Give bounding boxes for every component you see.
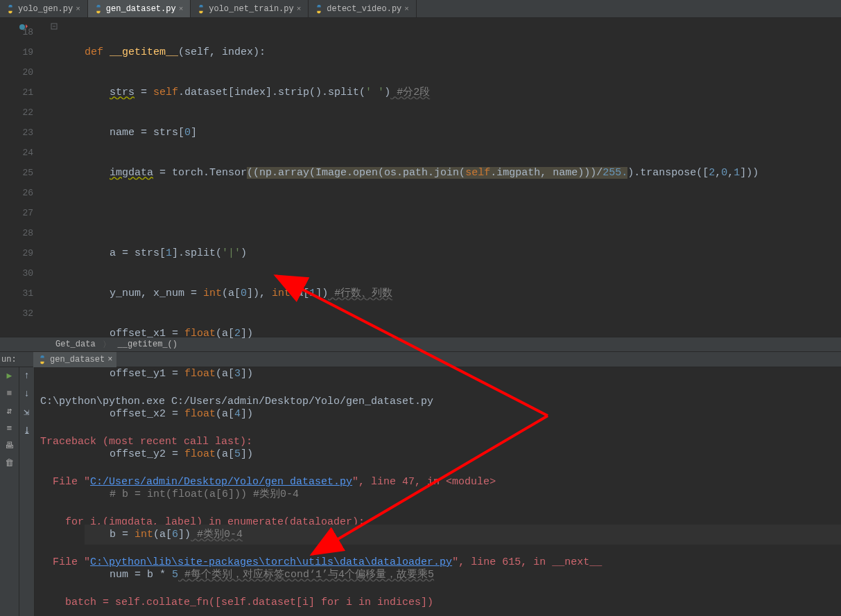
python-icon (196, 4, 206, 14)
code: num = b * (110, 569, 172, 581)
gutter-run-icon[interactable] (19, 22, 29, 35)
code: = torch.Tensor (153, 167, 247, 179)
builtin: float (184, 448, 216, 460)
self-kw: self (465, 167, 490, 179)
editor-tabs: yolo_gen.py × gen_dataset.py × yolo_net_… (0, 0, 841, 18)
number: 6 (172, 529, 178, 540)
code: a = strs[ (110, 247, 166, 259)
code: (a[ (216, 328, 234, 340)
comment: #类别0-4 (191, 529, 243, 540)
builtin: float (184, 408, 216, 420)
code: (a[ (153, 529, 172, 540)
code: ) (241, 247, 247, 259)
number: 255. (602, 167, 627, 179)
comment: #行数、列数 (328, 288, 392, 299)
code: ]) (315, 288, 328, 299)
code: b = (110, 529, 135, 540)
code-editor[interactable]: 181920212223242526272829303132 def __get… (0, 18, 841, 337)
code: , (715, 167, 721, 179)
builtin: int (135, 529, 153, 540)
close-icon[interactable]: × (297, 5, 302, 13)
svg-point-0 (19, 24, 25, 30)
string: ' ' (365, 87, 384, 98)
keyword: def (85, 46, 103, 58)
code: (a[ (216, 408, 234, 420)
builtin: float (184, 328, 216, 340)
print-icon[interactable]: 🖶 (5, 441, 14, 451)
self-kw: self (153, 87, 178, 98)
number: 5 (234, 448, 241, 460)
stop-icon[interactable]: ■ (7, 388, 12, 398)
var: imgdata (110, 167, 153, 179)
number: 0 (184, 127, 191, 139)
tab-detect-video[interactable]: detect_video.py × (309, 0, 417, 17)
code: name = strs[ (110, 127, 184, 139)
tab-yolo-net-train[interactable]: yolo_net_train.py × (191, 0, 309, 17)
tab-label: yolo_net_train.py (209, 4, 293, 14)
up-icon[interactable]: ↑ (24, 370, 29, 381)
number: 2 (709, 167, 715, 179)
number: 0 (721, 167, 727, 179)
comment: #每个类别，对应标签cond‘1’与4个偏移量，故要乘5 (178, 569, 434, 581)
code: ]) (178, 529, 191, 540)
layout-icon[interactable]: ≡ (7, 423, 12, 434)
builtin: float (184, 368, 216, 380)
code: ((np.array(Image.open(os.path.join( (247, 167, 465, 179)
python-icon (314, 4, 324, 14)
params: (self, index): (178, 46, 266, 58)
close-icon[interactable]: × (76, 5, 80, 13)
run-toolbar-right: ↑ ↓ ⇲ ⤓ (19, 367, 35, 616)
comment: # b = int(float(a[6])) #类别0-4 (110, 489, 299, 500)
code: ].split( (172, 247, 222, 259)
wrap-icon[interactable]: ⇲ (24, 406, 29, 418)
python-icon (37, 355, 47, 364)
code: (a[ (216, 368, 234, 380)
function-name: __getitem__ (110, 46, 178, 58)
code: ) (384, 87, 390, 98)
number: 0 (241, 288, 247, 299)
builtin: int (203, 288, 222, 299)
number: 4 (234, 408, 241, 420)
run-toolbar-left: ▶ ■ ⇵ ≡ 🖶 🗑 (0, 367, 19, 616)
code: (a[ (216, 448, 234, 460)
close-icon[interactable]: × (179, 5, 184, 13)
run-panel-label: un: (0, 355, 10, 364)
tab-label: detect_video.py (327, 4, 401, 14)
tab-yolo-gen[interactable]: yolo_gen.py × (0, 0, 88, 17)
code: (a[ (222, 288, 241, 299)
tab-label: gen_dataset.py (106, 4, 176, 14)
string: '|' (222, 247, 241, 259)
settings-icon[interactable]: ⇵ (7, 405, 12, 416)
close-icon[interactable]: × (404, 5, 409, 13)
code: ).transpose([ (627, 167, 709, 179)
python-icon (94, 4, 103, 14)
code: ]) (241, 408, 253, 420)
builtin: int (272, 288, 291, 299)
trash-icon[interactable]: 🗑 (5, 458, 14, 468)
code: .imgpath, name)))/ (490, 167, 602, 179)
op: = (135, 87, 153, 98)
code: ]), (247, 288, 272, 299)
down-icon[interactable]: ↓ (24, 388, 29, 399)
code: ] (191, 127, 197, 139)
var: strs (110, 87, 135, 98)
rerun-icon[interactable]: ▶ (7, 370, 12, 381)
code: ]) (241, 448, 253, 460)
comment: #分2段 (390, 87, 430, 98)
python-icon (6, 4, 15, 14)
fold-icon[interactable] (50, 22, 58, 33)
number: 1 (166, 247, 172, 259)
tab-label: yolo_gen.py (18, 4, 73, 14)
scroll-icon[interactable]: ⤓ (23, 425, 31, 437)
code: offset_x1 = (110, 328, 184, 340)
code: ])) (740, 167, 758, 179)
number: 2 (234, 328, 241, 340)
number: 3 (234, 368, 241, 380)
code-body[interactable]: def __getitem__(self, index): strs = sel… (40, 18, 841, 337)
code: y_num, x_num = (110, 288, 203, 299)
code: offset_x2 = (110, 408, 184, 420)
number: 1 (309, 288, 315, 299)
code: .dataset[index].strip().split( (178, 87, 365, 98)
code: , (727, 167, 734, 179)
tab-gen-dataset[interactable]: gen_dataset.py × (88, 0, 191, 17)
